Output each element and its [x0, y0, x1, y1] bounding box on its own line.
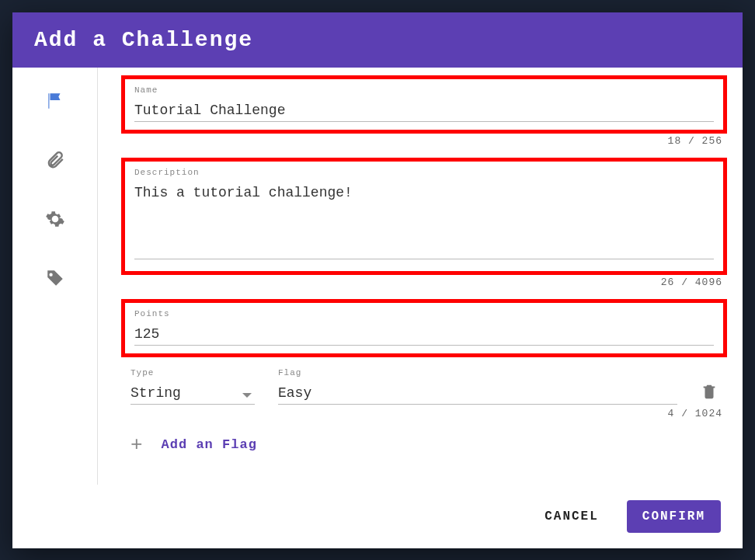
form-content: Name 18 / 256 Description 26 / 4096 Poin…: [98, 68, 743, 485]
cancel-button[interactable]: CANCEL: [532, 502, 611, 531]
flag-icon[interactable]: [45, 91, 65, 111]
add-flag-button[interactable]: + Add an Flag: [121, 419, 727, 457]
flag-counter: 4 / 1024: [121, 408, 727, 419]
gear-icon[interactable]: [45, 209, 65, 229]
description-counter: 26 / 4096: [121, 277, 727, 288]
add-flag-label: Add an Flag: [162, 437, 257, 452]
flag-type-select[interactable]: [130, 382, 255, 405]
confirm-button[interactable]: CONFIRM: [627, 500, 721, 533]
chevron-down-icon: [242, 393, 252, 398]
modal-footer: CANCEL CONFIRM: [12, 485, 743, 548]
points-input[interactable]: [134, 323, 714, 346]
points-field-group: Points: [121, 299, 727, 357]
flag-value-field: Flag: [278, 368, 677, 405]
flag-type-field: Type: [130, 368, 255, 405]
plus-icon: +: [130, 433, 143, 457]
paperclip-icon[interactable]: [45, 150, 65, 170]
name-counter: 18 / 256: [121, 135, 727, 147]
points-label: Points: [134, 309, 714, 318]
modal-body: Name 18 / 256 Description 26 / 4096 Poin…: [12, 68, 743, 485]
flag-value-input[interactable]: [278, 382, 677, 405]
flag-row: Type Flag: [121, 368, 727, 405]
sidebar: [12, 68, 98, 485]
description-field-group: Description 26 / 4096: [121, 158, 727, 288]
name-input[interactable]: [134, 99, 714, 122]
flag-type-label: Type: [130, 368, 255, 377]
name-field-group: Name 18 / 256: [121, 75, 727, 147]
modal-title: Add a Challenge: [12, 12, 743, 68]
trash-icon[interactable]: [701, 383, 718, 400]
tag-icon[interactable]: [45, 268, 65, 288]
flag-value-label: Flag: [278, 368, 677, 377]
description-label: Description: [134, 168, 714, 177]
name-label: Name: [134, 85, 714, 95]
description-input[interactable]: [134, 182, 714, 259]
add-challenge-modal: Add a Challenge Name 18 / 256: [12, 12, 743, 548]
flag-type-value[interactable]: [130, 382, 255, 404]
